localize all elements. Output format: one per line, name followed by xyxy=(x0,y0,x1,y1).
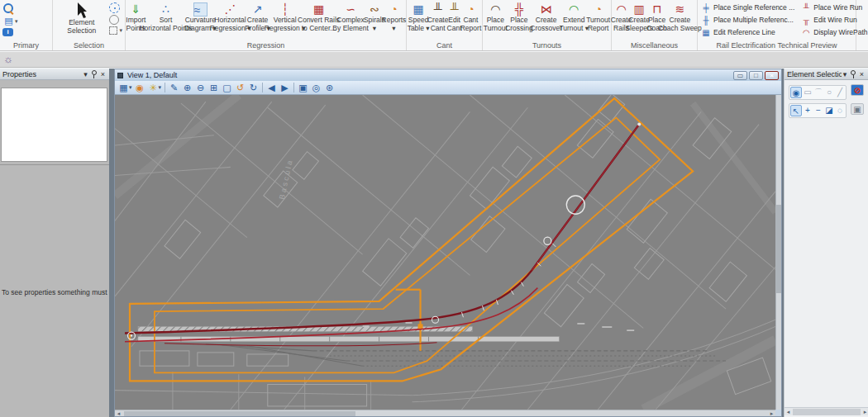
scroll-left-icon[interactable]: ◂ xyxy=(785,409,792,415)
place-turnout-button[interactable]: ◠ Place Turnout xyxy=(484,2,507,33)
select-by-points-icon[interactable] xyxy=(109,2,120,13)
display-wirepath-profile-button[interactable]: ◠ Display WirePath Profile xyxy=(799,26,868,38)
group-label-cant: Cant xyxy=(407,41,482,50)
vertical-regression-button[interactable]: ┆ Vertical Regression ▾ xyxy=(268,2,301,33)
select-line-icon[interactable]: ╱ xyxy=(835,88,845,97)
settings-gear-icon[interactable]: ☼ xyxy=(3,53,13,66)
scroll-right-icon[interactable]: ▸ xyxy=(861,409,868,415)
horizontal-scrollbar[interactable]: ◂ ▸ xyxy=(115,410,775,416)
edit-wire-run-button[interactable]: ╥ Edit Wire Run xyxy=(799,14,868,26)
create-coach-sweep-button[interactable]: ≋ Create Coach Sweep xyxy=(665,2,695,33)
complex-by-element-button[interactable]: ∽ Complex By Element xyxy=(336,2,365,33)
corridor-node[interactable] xyxy=(418,324,423,329)
new-file-icon[interactable]: ▤ xyxy=(2,16,15,26)
view-window: View 1, Default ▭ □ × ▦ ▾ ◉ ✳ ▾ ✎ ⊕ ⊖ ⊞ … xyxy=(114,69,782,417)
ribbon-group-regression: ⇓ Import Points ∴ Sort Horizontal Points… xyxy=(126,0,407,50)
select-block-icon[interactable]: ▭ xyxy=(803,88,813,97)
properties-tree-area[interactable] xyxy=(1,88,107,162)
details-info-icon[interactable]: i xyxy=(2,28,13,36)
create-coach-sweep-icon: ≋ xyxy=(675,2,685,17)
reports-button[interactable]: ◔ Reports ▾ xyxy=(384,2,404,33)
group-label-miscellaneous: Miscellaneous xyxy=(612,41,697,50)
zoom-out-icon[interactable]: ⊖ xyxy=(194,82,207,94)
pin-icon[interactable] xyxy=(851,70,855,78)
close-icon[interactable]: × xyxy=(99,70,107,78)
rotate-view-icon[interactable]: ↺ xyxy=(234,82,246,94)
select-remove-icon[interactable]: − xyxy=(813,106,823,116)
disable-handles-button[interactable]: ⊘ xyxy=(851,84,864,96)
edit-cant-button[interactable]: ╨ Edit Cant xyxy=(447,2,461,33)
scrollbar-thumb[interactable] xyxy=(124,411,355,416)
select-shape-icon[interactable]: ⌒ xyxy=(813,88,823,97)
turnout-report-button[interactable]: ◔ Turnout Report xyxy=(587,2,609,33)
create-crossover-button[interactable]: ⋈ Create Crossover xyxy=(532,2,560,33)
extend-turnout-button[interactable]: ◠ Extend Turnout ▾ xyxy=(560,2,587,33)
view-brightness-icon[interactable]: ◎ xyxy=(310,82,322,94)
place-single-reference-button[interactable]: ╪ Place Single Reference ... xyxy=(699,2,796,13)
panel-menu-chevron-icon[interactable]: ▾ xyxy=(82,70,89,78)
maximize-button[interactable]: □ xyxy=(749,71,763,80)
cant-report-button[interactable]: ◔ Cant Report xyxy=(461,2,480,33)
pin-icon[interactable] xyxy=(92,70,97,78)
select-handles-button[interactable]: ▣ xyxy=(851,103,864,115)
map-viewport[interactable]: Bascula xyxy=(115,95,775,410)
view-next-icon[interactable]: ▶ xyxy=(279,82,291,94)
navigate-view-icon[interactable]: ⊛ xyxy=(323,82,336,94)
place-crossing-button[interactable]: ╬ Place Crossing xyxy=(507,2,532,33)
dropdown-caret-icon[interactable]: ▾ xyxy=(119,27,122,34)
copy-view-icon[interactable]: ▣ xyxy=(297,82,309,94)
explorer-magnifier-icon[interactable] xyxy=(3,3,13,13)
button-label: Display WirePath Profile xyxy=(813,28,868,36)
curvature-diagram-icon: ≈ xyxy=(193,2,207,17)
select-clear-icon[interactable]: ◌ xyxy=(835,106,845,116)
zoom-in-icon[interactable]: ⊕ xyxy=(181,82,193,94)
create-cant-button[interactable]: ╨ Create Cant xyxy=(428,2,447,33)
select-circle-icon[interactable]: ○ xyxy=(824,88,834,97)
minimize-button[interactable]: ▭ xyxy=(733,71,747,80)
select-invert-icon[interactable]: ◪ xyxy=(824,106,834,116)
dropdown-caret-icon[interactable]: ▾ xyxy=(129,84,132,91)
scroll-left-icon[interactable]: ◂ xyxy=(115,410,122,417)
update-view-brush-icon[interactable]: ✎ xyxy=(168,82,180,94)
dropdown-caret-icon[interactable]: ▾ xyxy=(159,84,162,91)
panel-horizontal-scrollbar[interactable]: ◂ ▸ xyxy=(785,407,868,415)
close-icon[interactable]: × xyxy=(858,70,866,78)
select-block-fence-icon[interactable] xyxy=(109,26,117,35)
select-individual-icon[interactable]: ◉ xyxy=(790,87,802,98)
spirals-icon: ∾ xyxy=(370,2,379,17)
scrollbar-track[interactable] xyxy=(793,409,861,415)
pan-view-icon[interactable]: ↻ xyxy=(247,82,260,94)
dropdown-caret-icon[interactable]: ▾ xyxy=(15,18,18,25)
place-wire-run-button[interactable]: ╨ Place Wire Run xyxy=(799,2,868,13)
horizontal-regression-button[interactable]: ⋰ Horizontal Regression ▾ xyxy=(213,2,246,33)
place-multiple-reference-button[interactable]: ╫ Place Multiple Referenc... xyxy=(699,14,796,26)
button-label: ▾ xyxy=(373,25,376,33)
button-label: Coach Sweep xyxy=(658,25,702,33)
select-new-cursor-icon[interactable]: ↖ xyxy=(790,105,802,116)
complex-by-element-icon: ∽ xyxy=(346,2,355,17)
scroll-right-icon[interactable]: ▸ xyxy=(768,410,775,417)
panel-menu-chevron-icon[interactable]: ▾ xyxy=(842,70,849,78)
sort-horizontal-points-button[interactable]: ∴ Sort Horizontal Points xyxy=(145,2,188,33)
element-selection-title: Element Selection xyxy=(787,70,842,78)
convert-rails-to-center-button[interactable]: ▦ Convert Rails to Center... xyxy=(302,2,336,33)
group-label-primary: Primary xyxy=(0,41,52,50)
button-label: Turnout xyxy=(484,25,508,33)
view-previous-icon[interactable]: ◀ xyxy=(265,82,278,94)
fit-view-icon[interactable]: ▢ xyxy=(221,82,233,94)
edit-reference-line-button[interactable]: ▦ Edit Reference Line xyxy=(699,26,796,38)
place-wire-run-icon: ╨ xyxy=(801,3,811,12)
window-area-icon[interactable]: ⊞ xyxy=(207,82,220,94)
adjust-view-icon[interactable]: ✳ xyxy=(147,82,160,94)
close-button[interactable]: × xyxy=(765,71,779,80)
display-style-icon[interactable]: ◉ xyxy=(134,82,146,94)
vertical-scrollbar[interactable] xyxy=(775,95,781,410)
select-add-icon[interactable]: + xyxy=(803,106,813,116)
view-window-icon xyxy=(117,73,123,78)
element-selection-button[interactable]: Element Selection xyxy=(55,2,108,36)
select-circle-fence-icon[interactable] xyxy=(109,15,119,25)
cursor-arrow-icon xyxy=(75,2,88,19)
speed-table-button[interactable]: ▦ Speed Table ▾ xyxy=(408,2,428,33)
view-attributes-icon[interactable]: ▦ xyxy=(117,82,130,94)
view-titlebar[interactable]: View 1, Default ▭ □ × xyxy=(115,69,781,81)
